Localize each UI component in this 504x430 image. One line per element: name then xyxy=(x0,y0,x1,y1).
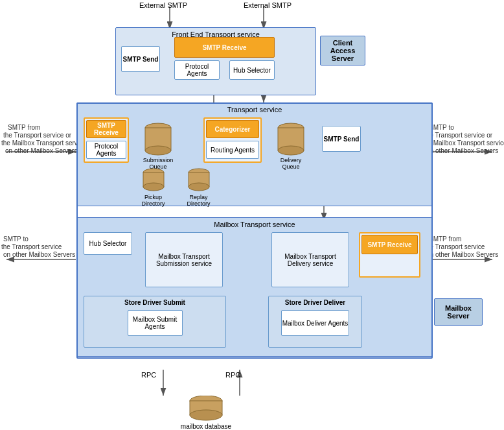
protocol-agents-cas-label: Protocol Agents xyxy=(175,63,219,77)
transport-service-label: Transport service xyxy=(77,106,432,113)
mailbox-transport-box: Mailbox Transport service SMTP Send Hub … xyxy=(76,217,433,357)
svg-text:the Mailbox Transport service: the Mailbox Transport service xyxy=(422,139,504,147)
mailbox-submit-agents-box: Mailbox Submit Agents xyxy=(128,310,183,336)
svg-text:the Transport service: the Transport service xyxy=(424,243,485,250)
svg-text:SMTP to: SMTP to xyxy=(3,235,29,243)
smtp-send-ts-box: SMTP Send xyxy=(322,126,361,152)
hub-selector-cas-label: Hub Selector xyxy=(233,67,271,74)
replay-directory-label: Replay Directory xyxy=(181,194,216,207)
mailbox-server-label: Mailbox Server xyxy=(445,304,472,320)
svg-text:SMTP from: SMTP from xyxy=(8,124,40,131)
smtp-receive-cas-label: SMTP Receive xyxy=(202,44,246,51)
smtp-receive-cas-box: SMTP Receive xyxy=(174,37,275,58)
categorizer-label: Categorizer xyxy=(214,126,250,133)
smtp-receive-ts-outer: SMTP Receive Protocol Agents xyxy=(84,117,129,163)
replay-directory: Replay Directory xyxy=(181,168,216,207)
protocol-agents-ts-box: Protocol Agents xyxy=(86,141,126,159)
svg-text:the Transport service: the Transport service xyxy=(1,243,62,250)
store-driver-submit-label: Store Driver Submit xyxy=(87,299,223,306)
delivery-queue: Delivery Queue xyxy=(275,123,307,170)
svg-text:the Transport service or: the Transport service or xyxy=(424,132,493,139)
svg-point-42 xyxy=(145,146,171,155)
svg-point-45 xyxy=(278,146,304,155)
mailbox-deliver-agents-label: Mailbox Deliver Agents xyxy=(282,320,349,327)
protocol-agents-cas-box: Protocol Agents xyxy=(174,60,220,80)
svg-text:on other Mailbox Servers: on other Mailbox Servers xyxy=(3,251,75,258)
smtp-receive-ts-box: SMTP Receive xyxy=(86,120,126,138)
delivery-queue-label: Delivery Queue xyxy=(275,157,307,170)
svg-point-48 xyxy=(143,183,164,191)
client-access-server-label: Client Access Server xyxy=(320,36,365,66)
protocol-agents-ts-label: Protocol Agents xyxy=(87,143,126,157)
smtp-receive-mts-outer: SMTP Receive xyxy=(359,232,420,278)
categorizer-box: Categorizer xyxy=(206,120,259,138)
diagram: SMTP from the Transport service or the M… xyxy=(0,0,504,430)
smtp-send-cas-box: SMTP Send xyxy=(121,46,160,72)
smtp-send-ts-label: SMTP Send xyxy=(324,136,360,143)
mailbox-database: mailbox database xyxy=(180,396,232,430)
mailbox-transport-delivery-box: Mailbox Transport Delivery service xyxy=(271,232,349,287)
pickup-directory-label: Pickup Directory xyxy=(135,194,171,207)
mailbox-transport-submission-box: Mailbox Transport Submission service xyxy=(145,232,223,287)
mailbox-transport-label: Mailbox Transport service xyxy=(77,221,432,228)
smtp-receive-mts-box: SMTP Receive xyxy=(361,235,418,254)
mailbox-transport-submission-label: Mailbox Transport Submission service xyxy=(146,253,222,267)
store-driver-deliver-box: Store Driver Deliver Mailbox Deliver Age… xyxy=(268,296,362,348)
svg-text:on other Mailbox Servers: on other Mailbox Servers xyxy=(5,147,77,154)
routing-agents-label: Routing Agents xyxy=(211,147,255,154)
rpc-right-label: RPC xyxy=(225,371,240,379)
svg-text:on other Mailbox Servers: on other Mailbox Servers xyxy=(426,147,498,154)
hub-selector-cas-box: Hub Selector xyxy=(229,60,275,80)
transport-service-box: Transport service SMTP Receive Protocol … xyxy=(76,102,433,206)
mailbox-transport-delivery-label: Mailbox Transport Delivery service xyxy=(272,253,349,267)
cas-badge: Client Access Server xyxy=(330,39,356,62)
svg-point-54 xyxy=(190,410,222,420)
svg-text:the Mailbox Transport service: the Mailbox Transport service xyxy=(1,139,86,147)
smtp-receive-ts-label: SMTP Receive xyxy=(87,122,126,136)
external-smtp-right-label: External SMTP xyxy=(244,1,292,9)
mailbox-server-badge: Mailbox Server xyxy=(434,298,483,326)
smtp-receive-mts-label: SMTP Receive xyxy=(367,241,411,248)
external-smtp-left-label: External SMTP xyxy=(139,1,187,9)
submission-queue: Submission Queue xyxy=(142,123,174,170)
routing-agents-box: Routing Agents xyxy=(206,141,259,159)
front-end-transport-box: Front End Transport service SMTP Send SM… xyxy=(115,27,316,95)
svg-text:on other Mailbox Servers: on other Mailbox Servers xyxy=(426,251,498,258)
mailbox-deliver-agents-box: Mailbox Deliver Agents xyxy=(281,310,349,336)
rpc-left-label: RPC xyxy=(141,371,156,379)
categorizer-outer: Categorizer Routing Agents xyxy=(203,117,262,163)
mailbox-database-label: mailbox database xyxy=(180,423,232,430)
hub-selector-mts-box: Hub Selector xyxy=(84,232,132,255)
store-driver-deliver-label: Store Driver Deliver xyxy=(271,299,359,306)
smtp-send-cas-label: SMTP Send xyxy=(123,56,159,63)
svg-point-51 xyxy=(189,183,209,191)
svg-text:SMTP from: SMTP from xyxy=(429,235,461,243)
svg-text:the Transport service or: the Transport service or xyxy=(3,132,72,139)
pickup-directory: Pickup Directory xyxy=(135,168,171,207)
mailbox-submit-agents-label: Mailbox Submit Agents xyxy=(128,316,182,330)
hub-selector-mts-label: Hub Selector xyxy=(89,240,127,247)
store-driver-submit-box: Store Driver Submit Mailbox Assistants M… xyxy=(84,296,226,348)
